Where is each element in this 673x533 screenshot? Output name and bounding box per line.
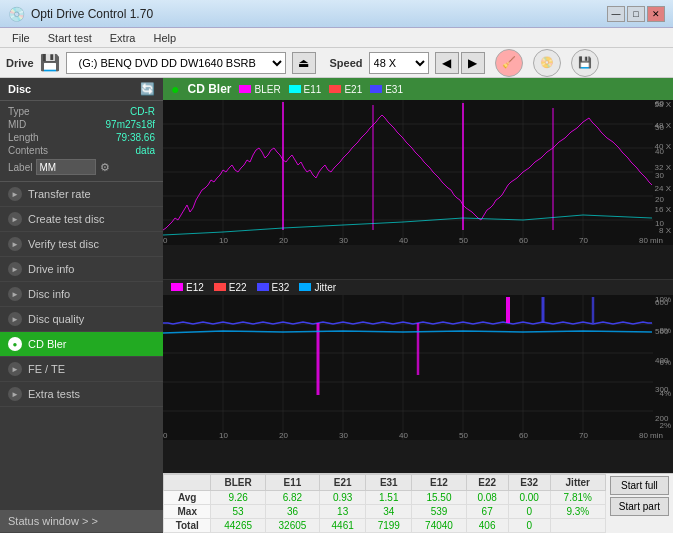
start-part-button[interactable]: Start part xyxy=(610,497,669,516)
svg-text:60: 60 xyxy=(519,236,528,245)
svg-text:60: 60 xyxy=(519,431,528,440)
disc-refresh-icon[interactable]: 🔄 xyxy=(140,82,155,96)
top-chart-svg: 0 10 20 30 40 50 60 70 80 min 60 50 40 3… xyxy=(163,100,673,245)
fe-te-icon: ► xyxy=(8,362,22,376)
speed-forward-button[interactable]: ▶ xyxy=(461,52,485,74)
col-header-e22: E22 xyxy=(466,475,508,491)
sidebar-label-verify-test-disc: Verify test disc xyxy=(28,238,99,250)
col-header-e21: E21 xyxy=(320,475,366,491)
stats-table: BLER E11 E21 E31 E12 E22 E32 Jitter Avg … xyxy=(163,474,606,533)
svg-text:80 min: 80 min xyxy=(639,431,663,440)
disc-contents-label: Contents xyxy=(8,145,48,156)
bottom-chart: 0 10 20 30 40 50 60 70 80 min 600 500 40… xyxy=(163,295,673,474)
legend-bler: BLER xyxy=(239,84,280,95)
disc-label-input[interactable] xyxy=(36,159,96,175)
menu-extra[interactable]: Extra xyxy=(102,30,144,46)
sidebar-item-fe-te[interactable]: ► FE / TE xyxy=(0,357,163,382)
content-area: ● CD Bler BLER E11 E21 E31 xyxy=(163,78,673,533)
menu-help[interactable]: Help xyxy=(145,30,184,46)
app-icon: 💿 xyxy=(8,6,25,22)
svg-text:0: 0 xyxy=(163,236,168,245)
sidebar-label-transfer-rate: Transfer rate xyxy=(28,188,91,200)
start-full-button[interactable]: Start full xyxy=(610,476,669,495)
sidebar-item-transfer-rate[interactable]: ► Transfer rate xyxy=(0,182,163,207)
sidebar: Disc 🔄 Type CD-R MID 97m27s18f Length 79… xyxy=(0,78,163,533)
legend-e31-label: E31 xyxy=(385,84,403,95)
max-e22: 67 xyxy=(466,505,508,519)
disc-length-label: Length xyxy=(8,132,39,143)
speed-label: Speed xyxy=(330,57,363,69)
eject-button[interactable]: ⏏ xyxy=(292,52,316,74)
create-test-disc-icon: ► xyxy=(8,212,22,226)
maximize-button[interactable]: □ xyxy=(627,6,645,22)
verify-test-disc-icon: ► xyxy=(8,237,22,251)
legend-e32: E32 xyxy=(257,282,290,293)
total-e11: 32605 xyxy=(265,519,319,533)
sidebar-item-create-test-disc[interactable]: ► Create test disc xyxy=(0,207,163,232)
status-window-button[interactable]: Status window > > xyxy=(0,510,163,533)
sidebar-item-cd-bler[interactable]: ● CD Bler xyxy=(0,332,163,357)
total-jitter xyxy=(550,519,605,533)
sidebar-item-disc-info[interactable]: ► Disc info xyxy=(0,282,163,307)
sidebar-item-extra-tests[interactable]: ► Extra tests xyxy=(0,382,163,407)
menu-file[interactable]: File xyxy=(4,30,38,46)
avg-e22: 0.08 xyxy=(466,491,508,505)
sidebar-item-drive-info[interactable]: ► Drive info xyxy=(0,257,163,282)
total-e32: 0 xyxy=(508,519,550,533)
svg-text:30: 30 xyxy=(339,236,348,245)
speed-back-button[interactable]: ◀ xyxy=(435,52,459,74)
cd-bler-icon: ● xyxy=(8,337,22,351)
bottom-chart-svg: 0 10 20 30 40 50 60 70 80 min 600 500 40… xyxy=(163,295,673,440)
extra-tests-icon: ► xyxy=(8,387,22,401)
svg-rect-0 xyxy=(163,100,673,245)
legend-bler-label: BLER xyxy=(254,84,280,95)
sidebar-label-disc-info: Disc info xyxy=(28,288,70,300)
media-button[interactable]: 📀 xyxy=(533,49,561,77)
max-e32: 0 xyxy=(508,505,550,519)
table-row-max: Max 53 36 13 34 539 67 0 9.3% xyxy=(164,505,606,519)
disc-type-label: Type xyxy=(8,106,30,117)
sidebar-item-disc-quality[interactable]: ► Disc quality xyxy=(0,307,163,332)
max-e31: 34 xyxy=(366,505,412,519)
sidebar-label-cd-bler: CD Bler xyxy=(28,338,67,350)
col-header-bler: BLER xyxy=(211,475,265,491)
total-e22: 406 xyxy=(466,519,508,533)
speed-select[interactable]: 48 X xyxy=(369,52,429,74)
close-button[interactable]: ✕ xyxy=(647,6,665,22)
svg-text:50: 50 xyxy=(459,236,468,245)
minimize-button[interactable]: — xyxy=(607,6,625,22)
legend-e11-label: E11 xyxy=(304,84,322,95)
legend-e11: E11 xyxy=(289,84,322,95)
drive-select[interactable]: ⠀(G:) BENQ DVD DD DW1640 BSRB xyxy=(66,52,286,74)
disc-label-icon[interactable]: ⚙ xyxy=(100,161,110,174)
max-e12: 539 xyxy=(412,505,466,519)
chart-icon: ● xyxy=(171,81,179,97)
titlebar: 💿 Opti Drive Control 1.70 — □ ✕ xyxy=(0,0,673,28)
legend-e21-label: E21 xyxy=(344,84,362,95)
avg-bler: 9.26 xyxy=(211,491,265,505)
sidebar-label-create-test-disc: Create test disc xyxy=(28,213,104,225)
sidebar-item-verify-test-disc[interactable]: ► Verify test disc xyxy=(0,232,163,257)
col-header-jitter: Jitter xyxy=(550,475,605,491)
svg-text:70: 70 xyxy=(579,431,588,440)
disc-mid-label: MID xyxy=(8,119,26,130)
col-header-e31: E31 xyxy=(366,475,412,491)
total-bler: 44265 xyxy=(211,519,265,533)
legend-e22-label: E22 xyxy=(229,282,247,293)
eraser-button[interactable]: 🧹 xyxy=(495,49,523,77)
disc-info-panel: Type CD-R MID 97m27s18f Length 79:38.66 … xyxy=(0,101,163,182)
svg-text:20: 20 xyxy=(279,236,288,245)
menu-start-test[interactable]: Start test xyxy=(40,30,100,46)
stats-area: BLER E11 E21 E31 E12 E22 E32 Jitter Avg … xyxy=(163,473,673,533)
avg-e21: 0.93 xyxy=(320,491,366,505)
legend-e32-label: E32 xyxy=(272,282,290,293)
svg-text:20: 20 xyxy=(279,431,288,440)
drive-icon: 💾 xyxy=(40,53,60,72)
col-header-empty xyxy=(164,475,211,491)
total-e12: 74040 xyxy=(412,519,466,533)
chart-header: ● CD Bler BLER E11 E21 E31 xyxy=(163,78,673,100)
table-row-total: Total 44265 32605 4461 7199 74040 406 0 xyxy=(164,519,606,533)
transfer-rate-icon: ► xyxy=(8,187,22,201)
status-window-label: Status window > > xyxy=(8,515,98,527)
save-button[interactable]: 💾 xyxy=(571,49,599,77)
